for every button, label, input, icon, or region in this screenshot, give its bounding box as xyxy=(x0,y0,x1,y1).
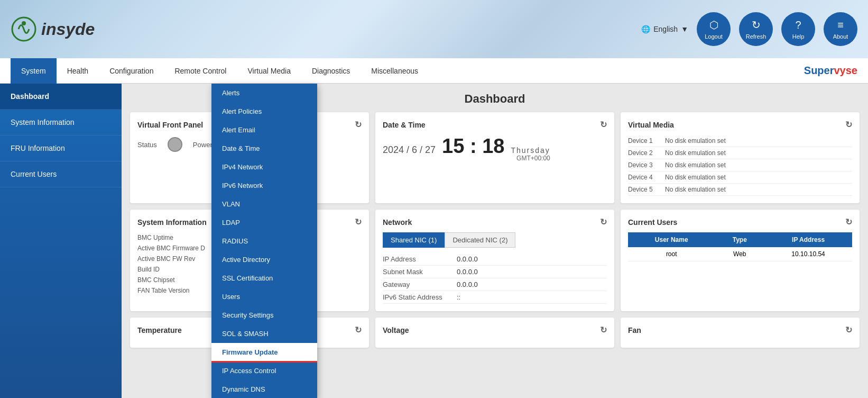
svg-point-1 xyxy=(22,21,26,25)
vm-refresh-icon[interactable]: ↻ xyxy=(845,120,852,130)
users-row-type: Web xyxy=(715,247,764,261)
sidebar-item-dashboard[interactable]: Dashboard xyxy=(0,84,122,110)
current-users-card: Current Users ↻ User Name Type IP Addres… xyxy=(621,210,860,311)
users-table: User Name Type IP Address root Web 10.10… xyxy=(628,232,852,261)
virtual-media-card: Virtual Media ↻ Device 1 No disk emulati… xyxy=(621,112,860,203)
about-button[interactable]: ≡ About xyxy=(824,12,857,46)
vfp-title: Virtual Front Panel xyxy=(137,121,203,129)
network-row-gateway: Gateway 0.0.0.0 xyxy=(383,278,607,291)
dropdown-alerts[interactable]: Alerts xyxy=(211,84,317,102)
network-gateway-value: 0.0.0.0 xyxy=(457,281,478,288)
network-refresh-icon[interactable]: ↻ xyxy=(600,217,607,227)
dropdown-active-directory[interactable]: Active Directory xyxy=(211,250,317,269)
dropdown-ipv4-network[interactable]: IPv4 Network xyxy=(211,158,317,176)
vm-device-4: Device 4 No disk emulation set xyxy=(628,171,852,184)
vm-device-5-label: Device 5 xyxy=(628,186,665,193)
dropdown-radius[interactable]: RADIUS xyxy=(211,232,317,250)
configuration-dropdown: Alerts Alert Policies Alert Email Date &… xyxy=(211,84,317,398)
vm-device-1-label: Device 1 xyxy=(628,137,665,144)
datetime-card-header: Date & Time ↻ xyxy=(383,120,607,130)
tab-remote-control[interactable]: Remote Control xyxy=(164,58,237,84)
vm-device-5: Device 5 No disk emulation set xyxy=(628,184,852,196)
tab-health[interactable]: Health xyxy=(57,58,99,84)
network-row-ip: IP Address 0.0.0.0 xyxy=(383,253,607,266)
vm-device-3-label: Device 3 xyxy=(628,161,665,169)
sidebar-item-system-information[interactable]: System Information xyxy=(0,110,122,135)
fan-refresh-icon[interactable]: ↻ xyxy=(845,325,852,335)
dropdown-firmware-update[interactable]: Firmware Update xyxy=(211,343,317,361)
dropdown-alert-email[interactable]: Alert Email xyxy=(211,121,317,139)
dropdown-users[interactable]: Users xyxy=(211,287,317,306)
sidebar-item-fru-information[interactable]: FRU Information xyxy=(0,135,122,161)
sidebar: Dashboard System Information FRU Informa… xyxy=(0,84,122,398)
dropdown-security-settings[interactable]: Security Settings xyxy=(211,306,317,324)
network-ip-label: IP Address xyxy=(383,255,457,263)
temperature-refresh-icon[interactable]: ↻ xyxy=(355,325,362,335)
voltage-refresh-icon[interactable]: ↻ xyxy=(600,325,607,335)
help-button[interactable]: ? Help xyxy=(781,12,815,46)
dropdown-date-time[interactable]: Date & Time xyxy=(211,139,317,158)
tab-virtual-media[interactable]: Virtual Media xyxy=(237,58,301,84)
datetime-title: Date & Time xyxy=(383,121,426,129)
network-tabs: Shared NIC (1) Dedicated NIC (2) xyxy=(383,232,607,248)
network-card: Network ↻ Shared NIC (1) Dedicated NIC (… xyxy=(375,210,614,311)
network-title: Network xyxy=(383,218,412,227)
refresh-button[interactable]: ↻ Refresh xyxy=(739,12,773,46)
language-selector[interactable]: 🌐 English ▼ xyxy=(641,25,688,33)
sysinfo-refresh-icon[interactable]: ↻ xyxy=(355,217,362,227)
vfp-status-label: Status xyxy=(137,141,157,149)
datetime-refresh-icon[interactable]: ↻ xyxy=(600,120,607,130)
tab-diagnostics[interactable]: Diagnostics xyxy=(301,58,361,84)
dropdown-ssl-certification[interactable]: SSL Certification xyxy=(211,269,317,287)
vm-device-3: Device 3 No disk emulation set xyxy=(628,159,852,171)
vm-card-header: Virtual Media ↻ xyxy=(628,120,852,130)
users-row-username: root xyxy=(628,247,715,261)
vm-device-2-label: Device 2 xyxy=(628,149,665,157)
help-icon: ? xyxy=(795,19,801,31)
users-refresh-icon[interactable]: ↻ xyxy=(845,217,852,227)
tab-miscellaneous[interactable]: Miscellaneous xyxy=(361,58,429,84)
voltage-card-header: Voltage ↻ xyxy=(383,325,607,335)
help-label: Help xyxy=(792,33,805,40)
main-layout: Dashboard System Information FRU Informa… xyxy=(0,84,868,398)
users-col-ip: IP Address xyxy=(764,232,852,247)
vm-title: Virtual Media xyxy=(628,121,674,129)
vfp-refresh-icon[interactable]: ↻ xyxy=(355,120,362,130)
dropdown-ldap[interactable]: LDAP xyxy=(211,213,317,232)
chevron-down-icon: ▼ xyxy=(681,25,688,33)
dropdown-vlan[interactable]: VLAN xyxy=(211,195,317,213)
users-col-type: Type xyxy=(715,232,764,247)
sysinfo-build-id-label: Build ID xyxy=(137,266,211,273)
vm-device-1: Device 1 No disk emulation set xyxy=(628,135,852,147)
header: insyde 🌐 English ▼ ⬡ Logout ↻ Refresh ? … xyxy=(0,0,868,58)
dropdown-sol-smash[interactable]: SOL & SMASH xyxy=(211,324,317,343)
network-subnet-value: 0.0.0.0 xyxy=(457,268,478,276)
dropdown-ip-access-control[interactable]: IP Access Control xyxy=(211,361,317,380)
dropdown-ipv6-network[interactable]: IPv6 Network xyxy=(211,176,317,195)
network-tab-shared[interactable]: Shared NIC (1) xyxy=(383,232,445,248)
dropdown-alert-policies[interactable]: Alert Policies xyxy=(211,102,317,121)
network-row-ipv6: IPv6 Static Address :: xyxy=(383,291,607,304)
logo-icon xyxy=(11,16,37,42)
language-label: English xyxy=(653,25,678,33)
dropdown-dynamic-dns[interactable]: Dynamic DNS xyxy=(211,380,317,398)
logout-button[interactable]: ⬡ Logout xyxy=(697,12,731,46)
sidebar-item-current-users[interactable]: Current Users xyxy=(0,161,122,187)
day-timezone: Thursday GMT+00:00 xyxy=(511,146,550,162)
timezone-value: GMT+00:00 xyxy=(511,155,550,162)
users-col-username: User Name xyxy=(628,232,715,247)
logout-icon: ⬡ xyxy=(709,19,718,31)
network-ip-value: 0.0.0.0 xyxy=(457,255,478,263)
network-subnet-label: Subnet Mask xyxy=(383,268,457,276)
refresh-label: Refresh xyxy=(746,33,767,40)
supervyse-brand: Supervyse xyxy=(804,65,857,77)
vfp-status-indicator xyxy=(168,137,182,152)
tab-configuration[interactable]: Configuration xyxy=(99,58,164,84)
users-row-ip: 10.10.10.54 xyxy=(764,247,852,261)
network-tab-dedicated[interactable]: Dedicated NIC (2) xyxy=(445,232,515,248)
vm-device-5-value: No disk emulation set xyxy=(665,186,726,193)
fan-title: Fan xyxy=(628,326,641,334)
logo-text: insyde xyxy=(41,20,95,39)
tab-system[interactable]: System xyxy=(11,58,57,84)
datetime-display: 2024 / 6 / 27 15 : 18 Thursday GMT+00:00 xyxy=(383,135,607,162)
